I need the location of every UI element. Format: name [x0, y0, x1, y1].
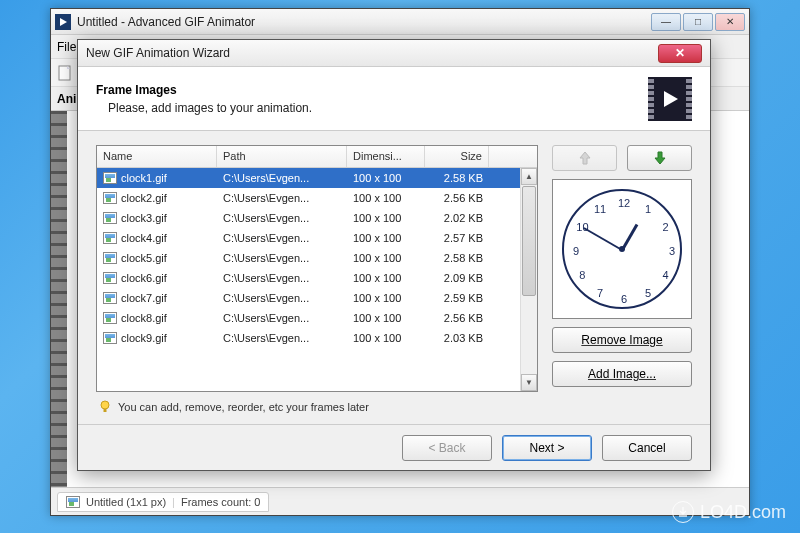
wizard-dialog: New GIF Animation Wizard ✕ Frame Images … — [77, 39, 711, 471]
download-icon — [672, 501, 694, 523]
list-scrollbar[interactable]: ▲ ▼ — [520, 168, 537, 391]
film-play-icon — [648, 77, 692, 121]
image-file-icon — [103, 312, 117, 324]
move-up-button[interactable] — [552, 145, 617, 171]
image-file-icon — [103, 272, 117, 284]
watermark-text: LO4D.com — [700, 502, 786, 523]
table-row[interactable]: clock4.gifC:\Users\Evgen...100 x 1002.57… — [97, 228, 520, 248]
main-titlebar[interactable]: Untitled - Advanced GIF Animator — □ ✕ — [51, 9, 749, 35]
list-header: Name Path Dimensi... Size — [97, 146, 537, 168]
image-file-icon — [103, 292, 117, 304]
arrow-up-icon — [578, 150, 592, 166]
dialog-subheading: Please, add images to your animation. — [108, 101, 648, 115]
table-row[interactable]: clock6.gifC:\Users\Evgen...100 x 1002.09… — [97, 268, 520, 288]
dialog-title: New GIF Animation Wizard — [86, 46, 658, 60]
table-row[interactable]: clock7.gifC:\Users\Evgen...100 x 1002.59… — [97, 288, 520, 308]
table-row[interactable]: clock8.gifC:\Users\Evgen...100 x 1002.56… — [97, 308, 520, 328]
col-size[interactable]: Size — [425, 146, 489, 167]
status-file-icon — [66, 496, 80, 508]
main-close-button[interactable]: ✕ — [715, 13, 745, 31]
table-row[interactable]: clock1.gifC:\Users\Evgen...100 x 1002.58… — [97, 168, 520, 188]
image-file-icon — [103, 192, 117, 204]
svg-rect-5 — [104, 409, 107, 412]
back-button[interactable]: < Back — [402, 435, 492, 461]
main-title: Untitled - Advanced GIF Animator — [77, 15, 651, 29]
arrow-down-icon — [653, 150, 667, 166]
scroll-down-icon[interactable]: ▼ — [521, 374, 537, 391]
col-dim[interactable]: Dimensi... — [347, 146, 425, 167]
dialog-footer: < Back Next > Cancel — [78, 424, 710, 470]
table-row[interactable]: clock2.gifC:\Users\Evgen...100 x 1002.56… — [97, 188, 520, 208]
clock-preview: 121234567891011 — [562, 189, 682, 309]
image-file-icon — [103, 212, 117, 224]
scroll-thumb[interactable] — [522, 186, 536, 296]
image-file-icon — [103, 332, 117, 344]
col-name[interactable]: Name — [97, 146, 217, 167]
scroll-up-icon[interactable]: ▲ — [521, 168, 537, 185]
maximize-button[interactable]: □ — [683, 13, 713, 31]
image-file-icon — [103, 252, 117, 264]
svg-marker-3 — [664, 91, 678, 107]
cancel-button[interactable]: Cancel — [602, 435, 692, 461]
statusbar: Untitled (1x1 px) | Frames count: 0 — [51, 487, 749, 515]
image-file-icon — [103, 232, 117, 244]
watermark: LO4D.com — [672, 501, 786, 523]
remove-image-button[interactable]: Remove Image — [552, 327, 692, 353]
app-icon — [55, 14, 71, 30]
image-file-icon — [103, 172, 117, 184]
move-down-button[interactable] — [627, 145, 692, 171]
file-list[interactable]: Name Path Dimensi... Size clock1.gifC:\U… — [96, 145, 538, 392]
minimize-button[interactable]: — — [651, 13, 681, 31]
svg-marker-0 — [60, 18, 67, 26]
hint-text: You can add, remove, reorder, etc your f… — [118, 401, 369, 413]
hint-row: You can add, remove, reorder, etc your f… — [96, 392, 538, 414]
new-file-icon[interactable] — [55, 63, 75, 83]
dialog-close-button[interactable]: ✕ — [658, 44, 702, 63]
table-row[interactable]: clock3.gifC:\Users\Evgen...100 x 1002.02… — [97, 208, 520, 228]
lightbulb-icon — [98, 400, 112, 414]
col-path[interactable]: Path — [217, 146, 347, 167]
svg-point-4 — [101, 401, 109, 409]
side-panel: 121234567891011 Remove Image Add Image..… — [552, 145, 692, 414]
table-row[interactable]: clock9.gifC:\Users\Evgen...100 x 1002.03… — [97, 328, 520, 348]
dialog-header: Frame Images Please, add images to your … — [78, 67, 710, 131]
menu-file[interactable]: File — [57, 40, 76, 54]
dialog-titlebar[interactable]: New GIF Animation Wizard ✕ — [78, 40, 710, 67]
status-tab[interactable]: Untitled (1x1 px) | Frames count: 0 — [57, 492, 269, 512]
table-row[interactable]: clock5.gifC:\Users\Evgen...100 x 1002.58… — [97, 248, 520, 268]
status-title: Untitled (1x1 px) — [86, 496, 166, 508]
list-rows[interactable]: clock1.gifC:\Users\Evgen...100 x 1002.58… — [97, 168, 520, 391]
add-image-button[interactable]: Add Image... — [552, 361, 692, 387]
preview-pane: 121234567891011 — [552, 179, 692, 319]
status-frames: Frames count: 0 — [181, 496, 260, 508]
frame-strip — [51, 111, 67, 487]
next-button[interactable]: Next > — [502, 435, 592, 461]
dialog-heading: Frame Images — [96, 83, 648, 97]
